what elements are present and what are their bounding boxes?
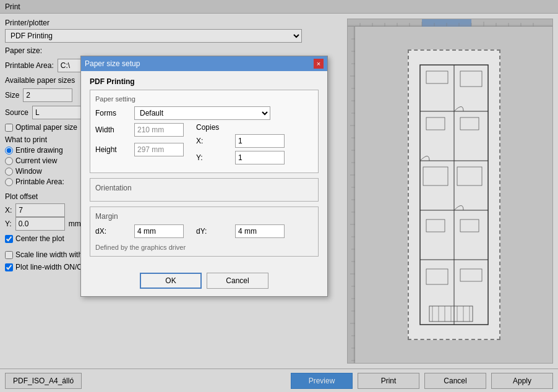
width-row: Width	[95, 123, 184, 137]
dimensions-copies-row: Width Height Copies X:	[95, 123, 313, 168]
margin-title: Margin	[95, 212, 313, 221]
margin-row: dX: dY:	[95, 224, 313, 241]
height-input[interactable]	[134, 143, 184, 156]
orientation-title: Orientation	[95, 184, 313, 192]
copies-section: Copies X: Y:	[196, 123, 285, 168]
height-label: Height	[95, 145, 129, 154]
forms-row: Forms Default	[95, 106, 313, 120]
dialog-overlay: Paper size setup × PDF Printing Paper se…	[0, 0, 558, 392]
dialog-cancel-button[interactable]: Cancel	[207, 273, 268, 289]
copies-x-row: X:	[196, 134, 285, 148]
copies-x-label: X:	[196, 137, 230, 145]
copies-y-label: Y:	[196, 153, 230, 162]
paper-setting-title: Paper setting	[95, 95, 313, 103]
orientation-section: Orientation	[90, 178, 319, 202]
forms-label: Forms	[95, 109, 129, 117]
copies-label: Copies	[196, 123, 219, 132]
dialog-body: PDF Printing Paper setting Forms Default…	[81, 71, 327, 268]
dy-row: dY:	[196, 224, 285, 238]
dy-label: dY:	[196, 227, 230, 236]
forms-select[interactable]: Default	[134, 106, 270, 120]
dx-row: dX:	[95, 224, 184, 238]
dialog-footer: OK Cancel	[81, 268, 327, 296]
dialog-ok-button[interactable]: OK	[140, 273, 202, 289]
copies-y-input[interactable]	[235, 151, 285, 164]
width-input[interactable]	[134, 123, 184, 137]
width-label: Width	[95, 126, 129, 134]
dialog-title: Paper size setup	[85, 59, 140, 68]
dx-input[interactable]	[134, 224, 184, 238]
paper-size-dialog: Paper size setup × PDF Printing Paper se…	[80, 56, 328, 297]
copies-y-row: Y:	[196, 151, 285, 164]
dialog-printer-name: PDF Printing	[90, 77, 319, 86]
dy-input[interactable]	[235, 224, 285, 238]
paper-setting-section: Paper setting Forms Default Width	[90, 90, 319, 173]
dialog-titlebar: Paper size setup ×	[81, 56, 327, 71]
defined-by-label: Defined by the graphics driver	[95, 244, 313, 251]
margin-section: Margin dX: dY: Defined by the graphics d…	[90, 207, 319, 257]
copies-x-input[interactable]	[235, 134, 285, 148]
height-row: Height	[95, 143, 184, 156]
dx-label: dX:	[95, 227, 129, 236]
dialog-close-button[interactable]: ×	[314, 59, 324, 69]
dimensions-col: Width Height	[95, 123, 184, 160]
